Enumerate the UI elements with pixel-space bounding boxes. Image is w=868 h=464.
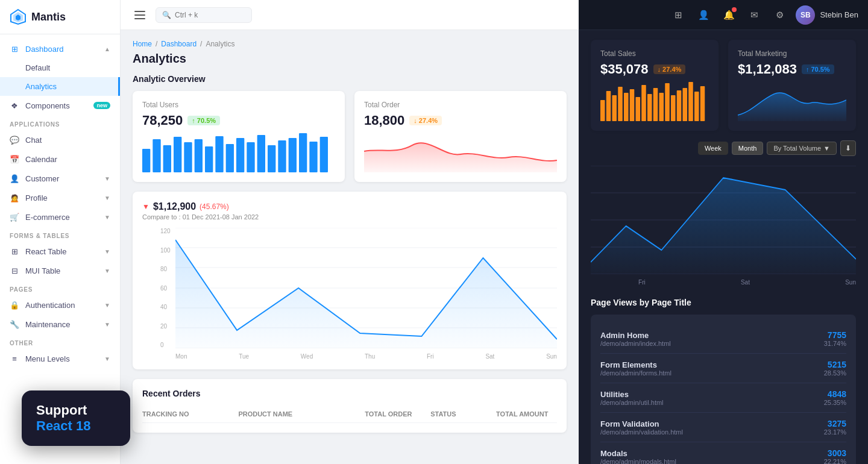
svg-rect-32 <box>606 91 611 121</box>
svg-rect-6 <box>142 149 150 172</box>
sidebar-logo[interactable]: Mantis <box>0 0 120 34</box>
page-views-title: Page Views by Page Title <box>591 298 856 307</box>
svg-rect-41 <box>659 93 664 121</box>
stat-card-orders: Total Order 18,800 ↓ 27.4% <box>354 91 567 182</box>
applications-section-label: Applications <box>0 115 120 130</box>
svg-rect-8 <box>163 145 171 172</box>
sidebar-item-default[interactable]: Default <box>0 58 120 77</box>
search-box[interactable]: 🔍 <box>156 7 252 23</box>
dropdown-chevron-icon: ▼ <box>823 145 830 152</box>
chevron-down-icon-5: ▼ <box>104 268 110 274</box>
stat-label-marketing: Total Marketing <box>738 49 846 58</box>
new-badge: new <box>93 102 110 109</box>
pv-item-4: Form Validation /demo/admin/validation.h… <box>600 413 846 442</box>
svg-rect-20 <box>289 138 297 172</box>
svg-rect-45 <box>683 88 688 121</box>
volume-dropdown[interactable]: By Total Volume ▼ <box>767 142 837 155</box>
sidebar-item-customer[interactable]: 👤 Customer ▼ <box>0 169 120 188</box>
stat-label-sales: Total Sales <box>600 49 709 58</box>
svg-rect-35 <box>624 93 629 121</box>
auth-icon: 🔒 <box>10 300 19 310</box>
chevron-down-icon-6: ▼ <box>104 302 110 309</box>
sidebar-item-profile[interactable]: 🙍 Profile ▼ <box>0 188 120 207</box>
pv-item-1: Admin Home /demo/admin/index.html 7755 3… <box>600 324 846 354</box>
income-compare: Compare to : 01 Dec 2021-08 Jan 2022 <box>142 213 259 221</box>
breadcrumb-dashboard[interactable]: Dashboard <box>161 40 197 48</box>
income-overview-card: ▼ $1,12,900 (45.67%) Compare to : 01 Dec… <box>133 192 567 369</box>
svg-rect-12 <box>205 146 213 172</box>
pv-item-info-2: Form Elements /demo/admin/forms.html <box>600 360 671 377</box>
avatar-circle: SB <box>796 5 815 25</box>
pv-item-info-3: Utilities /demo/admin/util.html <box>600 390 664 406</box>
pv-item-stats-3: 4848 25.35% <box>824 389 846 406</box>
sidebar-item-menu-levels[interactable]: ≡ Menu Levels ▼ <box>0 349 120 368</box>
page-title: Analytics <box>133 52 567 66</box>
income-line-svg <box>175 228 557 348</box>
search-input[interactable] <box>175 11 235 19</box>
menu-toggle-button[interactable] <box>130 5 149 25</box>
customer-icon: 👤 <box>10 174 19 183</box>
svg-rect-16 <box>247 142 254 172</box>
sidebar-item-authentication[interactable]: 🔒 Authentication ▼ <box>0 295 120 315</box>
income-controls: Week Month By Total Volume ▼ ⬇ <box>591 140 856 156</box>
svg-rect-11 <box>195 139 203 172</box>
calendar-icon: 📅 <box>10 154 19 164</box>
ecommerce-icon: 🛒 <box>10 212 19 222</box>
support-popup[interactable]: Support React 18 <box>22 390 130 446</box>
dark-panel: ⊞ 👤 🔔 ✉ ⚙ SB Stebin Ben <box>579 0 868 464</box>
stat-label-users: Total Users <box>142 101 335 109</box>
analytic-overview-title: Analytic Overview <box>133 74 567 84</box>
user-avatar[interactable]: SB Stebin Ben <box>796 5 858 25</box>
sidebar-item-components[interactable]: ❖ Components new <box>0 96 120 115</box>
react-table-icon: ⊞ <box>10 246 19 256</box>
chevron-up-icon: ▲ <box>104 46 110 52</box>
dark-user-icon[interactable]: 👤 <box>694 6 712 24</box>
pv-item-3: Utilities /demo/admin/util.html 4848 25.… <box>600 383 846 413</box>
stat-value-marketing: $1,12,083 ↑ 70.5% <box>738 61 846 77</box>
sidebar-item-react-table[interactable]: ⊞ React Table ▼ <box>0 242 120 261</box>
hamburger-icon <box>134 11 145 19</box>
app-title: Mantis <box>31 11 66 24</box>
dark-apps-icon[interactable]: ⊞ <box>669 6 687 24</box>
dark-bell-icon[interactable]: 🔔 <box>720 6 738 24</box>
sidebar-item-calendar[interactable]: 📅 Calendar <box>0 149 120 169</box>
sidebar-item-maintenance[interactable]: 🔧 Maintenance ▼ <box>0 315 120 334</box>
search-icon: 🔍 <box>162 11 171 19</box>
download-button[interactable]: ⬇ <box>840 140 856 156</box>
main-area: 🔍 Home / Dashboard / Analytics Analytics… <box>121 0 868 464</box>
marketing-area-chart <box>738 82 846 121</box>
sidebar-item-ecommerce[interactable]: 🛒 E-commerce ▼ <box>0 207 120 227</box>
sidebar-item-dashboard[interactable]: ⊞ Dashboard ▲ <box>0 39 120 58</box>
svg-rect-5 <box>134 18 145 19</box>
dark-topbar: ⊞ 👤 🔔 ✉ ⚙ SB Stebin Ben <box>579 0 868 30</box>
svg-rect-14 <box>226 144 234 172</box>
sidebar-item-chat[interactable]: 💬 Chat <box>0 130 120 149</box>
dashboard-icon: ⊞ <box>10 44 19 54</box>
dark-stats-section: Total Sales $35,078 ↓ 27.4% <box>591 40 856 131</box>
sales-bar-chart <box>600 82 709 121</box>
stat-badge-orders: ↓ 27.4% <box>409 116 442 125</box>
stat-card-marketing: Total Marketing $1,12,083 ↑ 70.5% <box>728 40 856 131</box>
profile-icon: 🙍 <box>10 193 19 202</box>
breadcrumb-home[interactable]: Home <box>133 40 152 48</box>
breadcrumb: Home / Dashboard / Analytics <box>133 40 567 48</box>
svg-rect-7 <box>153 139 160 172</box>
chevron-down-icon-4: ▼ <box>104 248 110 255</box>
dark-settings-icon[interactable]: ⚙ <box>770 6 788 24</box>
income-value-row: ▼ $1,12,900 (45.67%) <box>142 201 259 212</box>
week-button[interactable]: Week <box>698 142 728 155</box>
sidebar-item-analytics[interactable]: Analytics <box>0 77 120 96</box>
pv-item-info-4: Form Validation /demo/admin/validation.h… <box>600 419 683 436</box>
svg-rect-21 <box>299 133 307 172</box>
svg-rect-36 <box>630 89 635 121</box>
month-button[interactable]: Month <box>732 142 764 155</box>
svg-rect-9 <box>174 137 181 172</box>
breadcrumb-current: Analytics <box>206 40 234 48</box>
stat-badge-sales: ↓ 27.4% <box>653 64 686 74</box>
stat-badge-marketing: ↑ 70.5% <box>802 64 834 74</box>
pv-item-info-1: Admin Home /demo/admin/index.html <box>600 331 671 347</box>
sidebar-item-mui-table[interactable]: ⊟ MUI Table ▼ <box>0 261 120 280</box>
dark-mail-icon[interactable]: ✉ <box>745 6 763 24</box>
stat-value-users: 78,250 ↑ 70.5% <box>142 113 335 128</box>
svg-rect-33 <box>612 95 617 121</box>
